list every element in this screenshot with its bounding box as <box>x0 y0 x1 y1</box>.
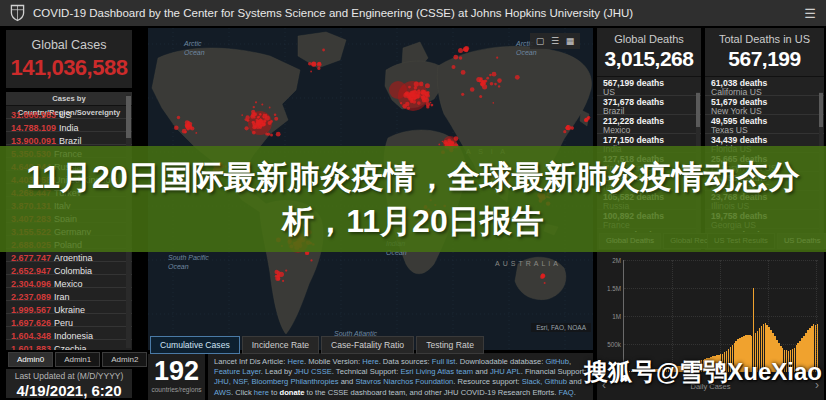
country-name: Mexico <box>54 279 83 288</box>
footer-text-segment: donate <box>280 388 305 397</box>
deaths-region: California US <box>711 88 824 96</box>
country-cases-value: 1,697,626 <box>11 318 51 327</box>
app-title: COVID-19 Dashboard by the Center for Sys… <box>33 7 633 19</box>
footer-text-segment: . Data sources: <box>379 357 432 366</box>
us-deaths-total: 567,199 <box>705 47 824 71</box>
deaths-region: US <box>603 88 701 96</box>
deaths-row[interactable]: 212,228 deathsMexico <box>597 115 701 134</box>
hamburger-menu-icon[interactable]: ☰ <box>804 6 816 21</box>
deaths-row[interactable]: 51,679 deathsNew York US <box>705 96 824 115</box>
footer-link[interactable]: Feature Layer <box>214 367 261 376</box>
country-cases-value: 1,604,348 <box>11 331 51 340</box>
country-row[interactable]: 1,604,348Indonesia <box>6 327 132 340</box>
country-cases-value: 2,652,947 <box>11 266 51 275</box>
deaths-row[interactable]: 567,199 deathsUS <box>597 77 701 96</box>
map-layers-icon[interactable]: ▦ <box>564 35 576 47</box>
country-name: Czechia <box>54 344 87 350</box>
map-extent-icon[interactable]: ▢ <box>534 35 546 47</box>
footer-link[interactable]: Esri Living Atlas team <box>400 367 473 376</box>
footer-link[interactable]: Slack, Github <box>522 377 567 386</box>
deaths-row[interactable]: 61,038 deathsCalifornia US <box>705 77 824 96</box>
map-tab-testing-rate[interactable]: Testing Rate <box>416 336 484 354</box>
footer-link[interactable]: JHU CSSE <box>294 367 332 376</box>
country-name: India <box>59 123 79 132</box>
title-bar: COVID-19 Dashboard by the Center for Sys… <box>0 0 826 26</box>
footer-text-segment: . Downloadable database: <box>455 357 545 366</box>
country-row[interactable]: 1,697,626Peru <box>6 314 132 327</box>
country-row[interactable]: 14,788,109India <box>6 119 132 132</box>
footer-link[interactable]: JHU APL <box>490 367 521 376</box>
countries-count-caption: countries/regions <box>148 386 205 393</box>
chart-y-tick: 1M <box>601 313 621 320</box>
footer-link[interactable]: Stavros Niarchos Foundation <box>355 377 453 386</box>
last-updated-label: Last Updated at (M/D/YYYY) <box>6 371 132 381</box>
country-name: Iran <box>54 292 70 301</box>
scrollbar-thumb[interactable] <box>696 93 700 127</box>
country-name: Brazil <box>59 136 82 145</box>
admin-tab-admin2[interactable]: Admin2 <box>102 352 147 367</box>
country-name: Peru <box>54 318 73 327</box>
deaths-region: Texas US <box>711 126 824 134</box>
map-layer-tabs: Cumulative CasesIncidence RateCase-Fatal… <box>150 336 484 354</box>
country-name: Colombia <box>54 266 92 275</box>
deaths-region: Mexico <box>603 126 701 134</box>
map-tab-incidence-rate[interactable]: Incidence Rate <box>242 336 319 354</box>
deaths-row[interactable]: 371,678 deathsBrazil <box>597 96 701 115</box>
global-cases-value: 141,036,588 <box>6 55 132 81</box>
footer-text-segment: . Technical Support: <box>332 367 401 376</box>
scrollbar-thumb[interactable] <box>819 93 823 127</box>
footer-link[interactable]: GitHub <box>545 357 569 366</box>
footer-text-segment: , <box>569 357 571 366</box>
country-name: US <box>59 110 72 119</box>
admin-tab-admin1[interactable]: Admin1 <box>55 352 100 367</box>
last-updated-value: 4/19/2021, 6:20 AM <box>6 382 132 400</box>
footer-text-segment: . Lead by <box>261 367 294 376</box>
footer-text-segment: to the CSSE dashboard team, and other JH… <box>304 388 558 397</box>
global-cases-label: Global Cases <box>6 38 132 52</box>
country-name: Argentina <box>54 253 93 262</box>
map-legend-icon[interactable]: ☰ <box>549 35 561 47</box>
map-tab-case-fatality-ratio[interactable]: Case-Fatality Ratio <box>321 336 414 354</box>
country-cases-value: 2,237,089 <box>11 292 51 301</box>
footer-link[interactable]: Full list <box>432 357 456 366</box>
country-cases-value: 1,999,567 <box>11 305 51 314</box>
footer-credits-text: Lancet Inf Dis Article: Here. Mobile Ver… <box>214 357 587 400</box>
scrollbar-thumb[interactable] <box>126 96 131 138</box>
country-row[interactable]: 2,237,089Iran <box>6 288 132 301</box>
footer-link[interactable]: here <box>254 388 269 397</box>
country-cases-value: 2,677,747 <box>11 253 51 262</box>
footer-text-segment: and <box>339 377 356 386</box>
country-row[interactable]: 1,601,883Czechia <box>6 340 132 350</box>
country-row[interactable]: 13,900,091Brazil <box>6 132 132 145</box>
footer-link[interactable]: Here <box>362 357 378 366</box>
admin-level-tabs: Admin0Admin1Admin2 <box>8 352 132 367</box>
cases-list-header: Cases by Country/Region/Sovereignty <box>6 92 132 106</box>
country-cases-value: 2,304,096 <box>11 279 51 288</box>
footer-link[interactable]: Here <box>287 357 303 366</box>
admin-tab-admin0[interactable]: Admin0 <box>8 352 53 367</box>
global-cases-panel: Global Cases 141,036,588 <box>6 30 132 88</box>
footer-text-segment: . Click <box>231 388 254 397</box>
country-row[interactable]: 2,652,947Colombia <box>6 262 132 275</box>
footer-link[interactable]: JHU, NSF, Bloomberg Philanthropies <box>214 377 339 386</box>
us-deaths-title: Total Deaths in US <box>705 28 824 45</box>
footer-link[interactable]: AWS <box>214 388 231 397</box>
countries-count: 192 <box>148 356 205 386</box>
country-cases-value: 31,666,983 <box>11 110 56 119</box>
map-controls: ▢ ☰ ▦ <box>530 33 580 49</box>
country-row[interactable]: 1,999,567Ukraine <box>6 301 132 314</box>
countries-count-panel: 192 countries/regions <box>148 354 205 400</box>
deaths-row[interactable]: 49,595 deathsTexas US <box>705 115 824 134</box>
footer-info-panel: Lancet Inf Dis Article: Here. Mobile Ver… <box>208 353 593 400</box>
footer-text-segment: and <box>473 367 490 376</box>
map-tab-cumulative-cases[interactable]: Cumulative Cases <box>150 336 240 354</box>
country-name: Ukraine <box>54 305 85 314</box>
chart-y-tick: 1.5M <box>601 285 621 292</box>
footer-link[interactable]: FAQ <box>558 388 573 397</box>
deaths-region: New York US <box>711 107 824 115</box>
map-label: AUSTRALIA <box>495 260 561 267</box>
country-row[interactable]: 2,304,096Mexico <box>6 275 132 288</box>
deaths-value: 567,199 deaths <box>603 79 701 88</box>
footer-text-segment: . Resource support: <box>453 377 521 386</box>
chart-y-tick: 500k <box>601 341 621 348</box>
